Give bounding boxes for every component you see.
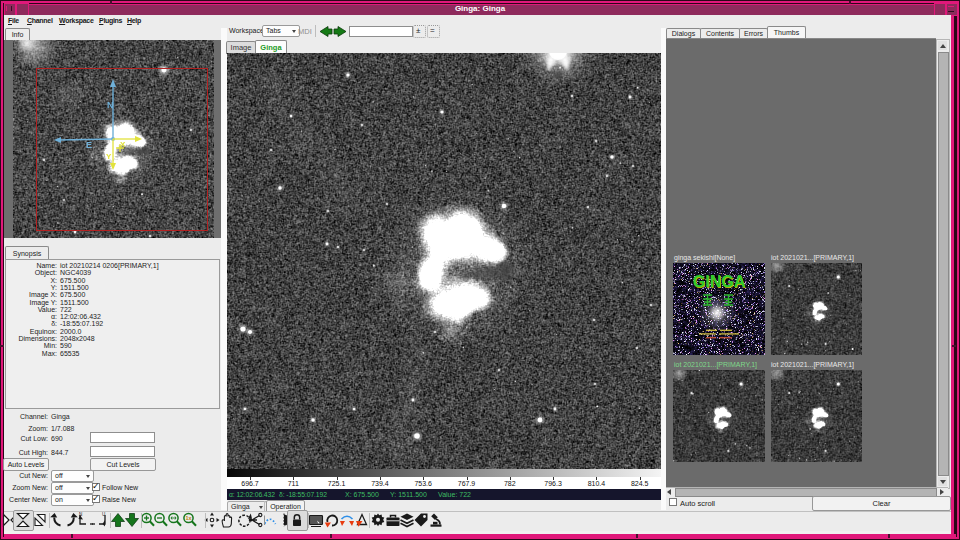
svg-text:U: U: [102, 512, 105, 517]
svg-text:N: N: [79, 512, 82, 517]
svg-text:1x: 1x: [186, 515, 193, 521]
